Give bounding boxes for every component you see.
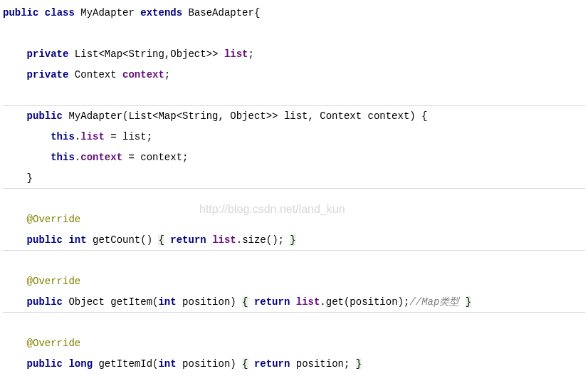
field-context: context: [80, 152, 122, 163]
code-line: public long getItemId(int position) { re…: [3, 354, 585, 375]
keyword-this: this: [51, 152, 75, 163]
keyword-public: public: [3, 7, 38, 19]
code-line: this.context = context;: [3, 147, 585, 168]
keyword-private: private: [27, 48, 69, 60]
code-block: public class MyAdapter extends BaseAdapt…: [3, 3, 585, 375]
brace: {: [158, 234, 164, 246]
code-line: public int getCount() { return list.size…: [3, 230, 585, 251]
code-line: }: [3, 168, 585, 189]
keyword-class: class: [45, 7, 75, 19]
keyword-int: int: [68, 234, 86, 246]
code-line: private List<Map<String,Object>> list;: [3, 44, 585, 65]
base-class: BaseAdapter: [189, 7, 254, 19]
code-line-blank: [3, 251, 585, 271]
assign: = context;: [122, 152, 188, 163]
assign: = list;: [105, 131, 152, 142]
field-list: list: [224, 48, 248, 60]
code-line: @Override: [3, 333, 585, 354]
method-sig: Object getItem(: [63, 296, 158, 308]
code-line: public class MyAdapter extends BaseAdapt…: [3, 3, 585, 24]
keyword-public: public: [27, 296, 63, 308]
annotation-override: @Override: [27, 338, 81, 349]
brace: }: [27, 172, 33, 184]
code-line: private Context context;: [3, 65, 585, 85]
type: List<Map<String,Object>>: [75, 48, 219, 60]
constructor-sig: MyAdapter(List<Map<String, Object>> list…: [68, 110, 427, 122]
code-line-blank: [3, 24, 585, 44]
dot: .: [75, 131, 80, 142]
keyword-return: return: [254, 358, 290, 370]
keyword-private: private: [27, 69, 69, 80]
keyword-return: return: [254, 296, 290, 308]
code-line: public MyAdapter(List<Map<String, Object…: [3, 106, 585, 127]
code-line-blank: [3, 313, 585, 333]
keyword-return: return: [170, 234, 206, 246]
class-name: MyAdapter: [80, 7, 135, 19]
keyword-long: long: [68, 358, 93, 370]
code-line: @Override: [3, 209, 585, 230]
code-line: this.list = list;: [3, 127, 585, 147]
brace: {: [242, 358, 248, 370]
semicolon: ;: [248, 48, 253, 60]
method-name: getCount(): [87, 234, 152, 246]
field-list: list: [296, 296, 320, 308]
field-list: list: [80, 131, 105, 142]
keyword-public: public: [27, 358, 63, 370]
method-sig: getItemId(: [93, 358, 158, 370]
comment: //Map类型: [409, 296, 459, 308]
dot: .: [75, 152, 80, 163]
keyword-extends: extends: [140, 7, 182, 19]
field-context: context: [122, 69, 164, 80]
field-list: list: [212, 234, 236, 246]
keyword-public: public: [27, 234, 63, 246]
type: Context: [75, 69, 117, 80]
keyword-public: public: [27, 110, 63, 122]
keyword-int: int: [158, 296, 176, 308]
keyword-int: int: [158, 358, 176, 370]
method-sig: position): [177, 358, 236, 370]
code-line: public Object getItem(int position) { re…: [3, 292, 585, 313]
brace: }: [466, 296, 471, 308]
method-call: .get(position);: [320, 296, 409, 308]
annotation-override: @Override: [27, 214, 81, 225]
method-call: .size();: [236, 234, 284, 246]
code-line-blank: [3, 189, 585, 209]
code-line: @Override: [3, 271, 585, 292]
return-val: position;: [290, 358, 350, 370]
brace: {: [242, 296, 248, 308]
semicolon: ;: [164, 69, 170, 80]
brace: {: [254, 7, 260, 19]
brace: }: [356, 358, 362, 370]
code-line-blank: [3, 85, 585, 106]
brace: }: [290, 234, 295, 246]
keyword-this: this: [51, 131, 75, 142]
method-sig: position): [177, 296, 236, 308]
annotation-override: @Override: [27, 276, 81, 287]
